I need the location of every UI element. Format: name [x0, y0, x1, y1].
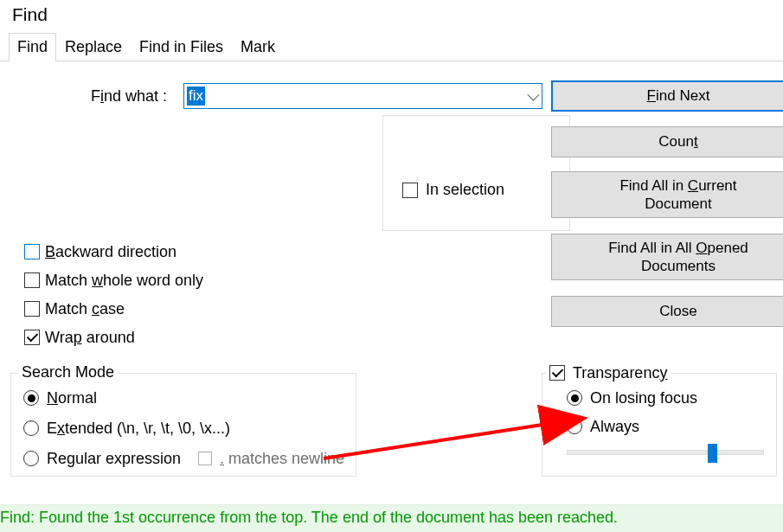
on-losing-focus-radio[interactable] — [567, 390, 582, 406]
transparency-always[interactable]: Always — [567, 416, 639, 437]
normal-radio[interactable] — [23, 390, 39, 406]
search-mode-extended[interactable]: Extended (\n, \r, \t, \0, \x...) — [23, 418, 230, 439]
extended-radio[interactable] — [23, 420, 39, 436]
transparency-group: Transparency On losing focus Always — [542, 373, 777, 477]
whole-word-checkbox[interactable] — [24, 272, 40, 288]
chevron-down-icon — [527, 89, 539, 101]
transparency-on-losing-focus[interactable]: On losing focus — [567, 388, 697, 408]
normal-label: Normal — [47, 389, 97, 407]
search-mode-regex[interactable]: Regular expression — [23, 448, 181, 469]
tab-strip: Find Replace Find in Files Mark — [0, 32, 783, 61]
transparency-label: Transparency — [573, 364, 667, 381]
status-bar: Find: Found the 1st occurrence from the … — [0, 504, 783, 532]
tab-find-in-files[interactable]: Find in Files — [131, 33, 232, 61]
find-what-label: Find what : — [91, 87, 167, 106]
whole-word-label: Match whole word only — [45, 272, 203, 290]
find-what-dropdown[interactable] — [523, 84, 542, 108]
dialog-content: Find what : fix In selection Backward di… — [0, 61, 783, 494]
match-case-checkbox[interactable] — [24, 301, 40, 317]
in-selection-checkbox[interactable] — [402, 183, 418, 198]
in-selection-label: In selection — [426, 181, 504, 199]
transparency-header[interactable]: Transparency — [546, 363, 671, 382]
backward-label: Backward direction — [45, 243, 176, 261]
find-what-input[interactable]: fix — [187, 87, 205, 106]
matches-newline-option: . matches newline — [198, 448, 344, 469]
transparency-slider[interactable] — [567, 450, 764, 455]
opt-backward[interactable]: Backward direction — [24, 241, 176, 262]
opt-wrap[interactable]: Wrap around — [24, 327, 135, 348]
backward-checkbox[interactable] — [24, 244, 40, 260]
count-button[interactable]: Count — [551, 126, 783, 157]
regex-radio[interactable] — [23, 451, 39, 466]
find-all-current-button[interactable]: Find All in Current Document — [551, 171, 783, 218]
matches-newline-checkbox — [198, 452, 212, 465]
find-all-opened-button[interactable]: Find All in All Opened Documents — [551, 234, 783, 280]
regex-label: Regular expression — [47, 450, 181, 468]
extended-label: Extended (\n, \r, \t, \0, \x...) — [47, 420, 230, 438]
search-mode-group: Search Mode Normal Extended (\n, \r, \t,… — [10, 373, 356, 477]
close-button[interactable]: Close — [551, 296, 783, 327]
matches-newline-label: . matches newline — [220, 450, 344, 468]
always-label: Always — [590, 418, 639, 436]
opt-whole-word[interactable]: Match whole word only — [24, 270, 203, 291]
tab-replace[interactable]: Replace — [56, 33, 131, 61]
in-selection-panel — [382, 115, 570, 231]
tab-find[interactable]: Find — [9, 33, 56, 61]
match-case-label: Match case — [45, 300, 125, 318]
on-losing-focus-label: On losing focus — [590, 389, 697, 407]
wrap-label: Wrap around — [45, 329, 135, 347]
wrap-checkbox[interactable] — [24, 330, 40, 345]
transparency-checkbox[interactable] — [549, 365, 565, 381]
search-mode-normal[interactable]: Normal — [23, 388, 97, 408]
opt-match-case[interactable]: Match case — [24, 298, 125, 319]
always-radio[interactable] — [567, 419, 582, 434]
slider-thumb[interactable] — [708, 444, 717, 463]
window-title: Find — [0, 0, 783, 32]
tab-mark[interactable]: Mark — [232, 33, 284, 61]
find-what-combo[interactable]: fix — [183, 83, 542, 109]
find-next-button[interactable]: Find Next — [551, 80, 783, 112]
in-selection-checkbox-row[interactable]: In selection — [402, 181, 504, 199]
search-mode-group-label: Search Mode — [18, 363, 118, 381]
